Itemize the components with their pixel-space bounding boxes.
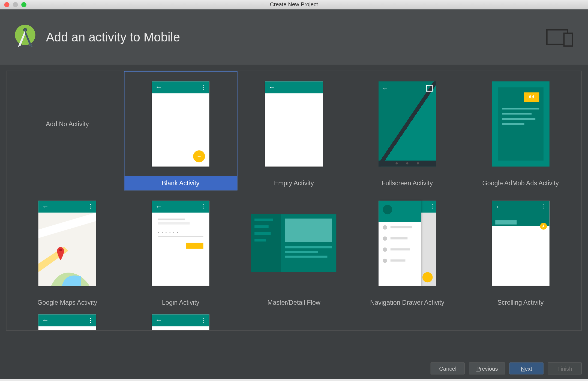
activity-grid: Add No Activity . ← ⋮ + Blank Activit bbox=[6, 71, 582, 330]
wizard-window: Create New Project Add an activity to Mo… bbox=[0, 0, 588, 379]
tile-label: Scrolling Activity bbox=[464, 295, 577, 309]
map-icon bbox=[38, 212, 96, 286]
tile-scrolling-activity[interactable]: ← ⋮ ★ Scrolling Activity bbox=[464, 190, 577, 310]
tile-blank-activity[interactable]: ← ⋮ + Blank Activity bbox=[124, 71, 237, 190]
tile-empty-activity[interactable]: ← Empty Activity bbox=[237, 71, 350, 190]
star-fab-icon: ★ bbox=[540, 223, 547, 229]
overflow-icon: ⋮ bbox=[201, 84, 206, 90]
back-arrow-icon: ← bbox=[155, 202, 162, 210]
back-arrow-icon: ← bbox=[42, 316, 49, 324]
tile-login-activity[interactable]: ← ⋮ • • • • • • Login bbox=[124, 190, 237, 310]
cancel-button[interactable]: Cancel bbox=[431, 362, 465, 374]
android-studio-icon bbox=[12, 24, 38, 50]
preview-fullscreen: ← bbox=[379, 81, 436, 167]
fullscreen-icon bbox=[426, 84, 433, 91]
overflow-icon: ⋮ bbox=[201, 203, 206, 210]
tile-add-no-activity[interactable]: Add No Activity . bbox=[11, 71, 124, 190]
wizard-header: Add an activity to Mobile bbox=[0, 9, 588, 65]
overflow-icon: ⋮ bbox=[88, 203, 93, 210]
tile-label: Master/Detail Flow bbox=[238, 295, 350, 309]
overflow-icon: ⋮ bbox=[88, 317, 93, 324]
tile-master-detail-flow[interactable]: Master/Detail Flow bbox=[237, 190, 350, 310]
preview-admob: Ad bbox=[492, 81, 549, 167]
tile-google-maps-activity[interactable]: ← ⋮ bbox=[11, 190, 124, 310]
back-arrow-icon: ← bbox=[155, 83, 162, 91]
previous-button[interactable]: Previous bbox=[469, 362, 505, 374]
svg-point-5 bbox=[59, 249, 62, 251]
tile-admob-activity[interactable]: Ad Google AdMob Ads Activity bbox=[464, 71, 577, 190]
overflow-icon: ⋮ bbox=[201, 317, 206, 324]
form-factor-icon bbox=[546, 27, 576, 47]
zoom-window-button[interactable] bbox=[21, 2, 26, 7]
tile-partial-1[interactable]: ← ⋮ bbox=[11, 310, 124, 331]
fab-icon: + bbox=[193, 150, 205, 162]
finish-button: Finish bbox=[548, 362, 582, 374]
tile-label: Navigation Drawer Activity bbox=[351, 295, 463, 309]
wizard-footer: Cancel Previous Next Finish bbox=[0, 358, 588, 379]
preview-blank: ← ⋮ + bbox=[152, 81, 209, 167]
page-title: Add an activity to Mobile bbox=[46, 30, 180, 44]
tile-label: Google AdMob Ads Activity bbox=[464, 176, 577, 190]
window-title: Create New Project bbox=[270, 1, 318, 8]
tile-fullscreen-activity[interactable]: ← Fullscreen Activity bbox=[350, 71, 464, 190]
ad-badge: Ad bbox=[524, 92, 539, 101]
back-arrow-icon: ← bbox=[269, 83, 275, 91]
preview-master-detail bbox=[251, 214, 337, 272]
back-arrow-icon: ← bbox=[155, 316, 162, 324]
window-controls bbox=[0, 2, 26, 7]
tile-partial-2[interactable]: ← ⋮ bbox=[124, 310, 237, 331]
tile-label: Empty Activity bbox=[238, 176, 350, 190]
tile-label: Fullscreen Activity bbox=[351, 176, 463, 190]
header-left: Add an activity to Mobile bbox=[12, 24, 180, 50]
fab-icon bbox=[422, 272, 433, 282]
preview-login: ← ⋮ • • • • • • bbox=[152, 200, 209, 286]
back-arrow-icon: ← bbox=[42, 202, 49, 210]
tile-label: Add No Activity bbox=[11, 72, 124, 176]
close-window-button[interactable] bbox=[4, 2, 10, 7]
next-button[interactable]: Next bbox=[509, 362, 544, 374]
tile-label: Login Activity bbox=[124, 295, 237, 309]
preview-nav-drawer: ⋮ bbox=[379, 200, 436, 286]
tile-navigation-drawer-activity[interactable]: ⋮ Navigation Drawer A bbox=[350, 190, 464, 310]
tile-label: Google Maps Activity bbox=[11, 295, 124, 309]
svg-point-0 bbox=[15, 25, 35, 45]
titlebar: Create New Project bbox=[0, 0, 588, 9]
back-arrow-icon: ← bbox=[382, 84, 389, 92]
preview-scrolling: ← ⋮ ★ bbox=[492, 200, 549, 286]
preview-maps: ← ⋮ bbox=[38, 200, 96, 286]
overflow-icon: ⋮ bbox=[429, 203, 434, 210]
minimize-window-button[interactable] bbox=[13, 2, 18, 7]
svg-rect-3 bbox=[564, 33, 572, 46]
tile-label: Blank Activity bbox=[124, 176, 237, 190]
content: Add No Activity . ← ⋮ + Blank Activit bbox=[0, 65, 588, 358]
preview-empty: ← bbox=[265, 81, 323, 167]
